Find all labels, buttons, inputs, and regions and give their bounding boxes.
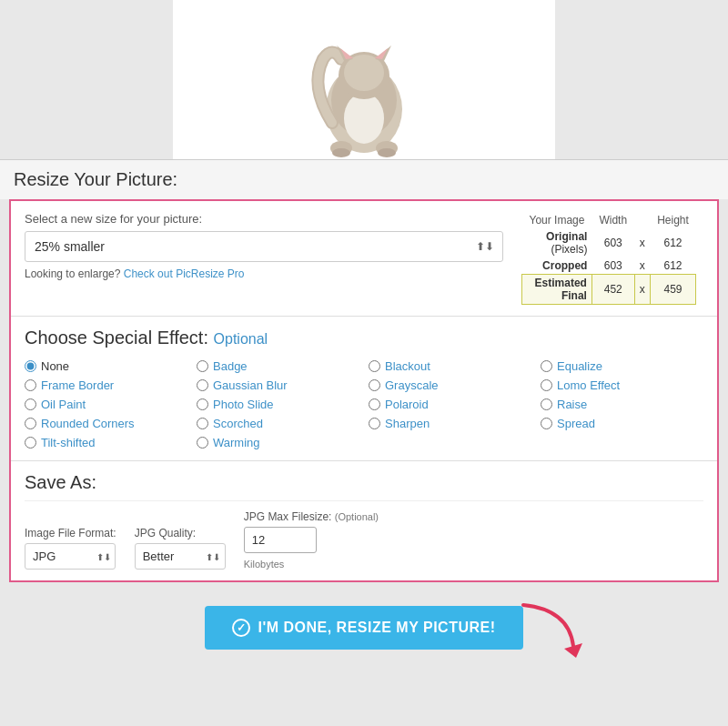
max-filesize-field: JPG Max Filesize: (Optional) Kilobytes [244,510,379,570]
max-filesize-input[interactable] [244,527,317,553]
effect-placeholder-1 [369,436,531,449]
effect-warming[interactable]: Warming [197,436,359,449]
resize-title: Resize Your Picture: [14,169,714,190]
effect-lomo-label: Lomo Effect [557,378,620,392]
effect-badge-radio[interactable] [197,360,208,372]
effect-gaussian-blur-label: Gaussian Blur [213,378,288,392]
row-label-cropped: Cropped [522,257,592,275]
effect-tilt-shifted-radio[interactable] [25,437,36,449]
enlarge-link-text: Looking to enlarge? Check out PicResize … [25,267,503,280]
estimated-height: 459 [650,275,696,305]
effect-grayscale[interactable]: Grayscale [369,378,531,392]
table-row-estimated: EstimatedFinal 452 x 459 [522,275,696,305]
done-resize-button[interactable]: ✓ I'M DONE, RESIZE MY PICTURE! [205,606,522,650]
size-section: Select a new size for your picture: 25% … [11,201,717,317]
effect-photo-slide-radio[interactable] [197,398,208,410]
size-select-wrapper: 25% smaller 50% smaller 75% smaller Cust… [25,231,503,262]
cat-image-container [173,0,555,159]
picresize-pro-link[interactable]: Check out PicResize Pro [124,267,245,280]
quality-select-wrapper: Good Better Best ⬆⬇ [135,543,226,570]
format-select[interactable]: JPG PNG GIF BMP [25,543,116,570]
quality-select[interactable]: Good Better Best [135,543,226,570]
effect-gaussian-blur-radio[interactable] [197,379,208,391]
image-info: Your Image Width Height Original(Pixels)… [521,212,703,305]
effect-blackout[interactable]: Blackout [369,359,531,373]
svg-point-9 [344,55,384,91]
image-area [0,0,728,159]
effect-rounded-corners[interactable]: Rounded Corners [25,417,187,430]
effect-blackout-radio[interactable] [369,360,380,372]
effect-gaussian-blur[interactable]: Gaussian Blur [197,378,359,392]
format-label: Image File Format: [25,527,116,539]
max-filesize-label: JPG Max Filesize: (Optional) [244,510,379,523]
size-label: Select a new size for your picture: [25,212,503,226]
effect-polaroid[interactable]: Polaroid [369,398,531,411]
quality-field: JPG Quality: Good Better Best ⬆⬇ [135,527,226,570]
table-row: Original(Pixels) 603 x 612 [522,228,696,257]
effect-spread[interactable]: Spread [541,417,703,430]
effect-equalize-label: Equalize [557,359,602,373]
effect-equalize-radio[interactable] [541,360,552,372]
resize-title-bar: Resize Your Picture: [0,159,728,199]
effect-polaroid-radio[interactable] [369,398,380,410]
size-select[interactable]: 25% smaller 50% smaller 75% smaller Cust… [25,231,503,262]
original-height: 612 [650,228,696,257]
effect-sharpen[interactable]: Sharpen [369,417,531,430]
effect-oil-paint-label: Oil Paint [41,398,86,411]
col-your-image: Your Image [522,212,592,228]
arrow-icon [514,596,587,660]
effects-grid: None Badge Blackout Equalize Frame [25,359,703,449]
effect-frame-border-radio[interactable] [25,379,36,391]
effect-none[interactable]: None [25,359,187,373]
format-select-wrapper: JPG PNG GIF BMP ⬆⬇ [25,543,116,570]
cropped-height: 612 [650,257,696,275]
check-circle-icon: ✓ [232,619,250,637]
page-wrapper: Resize Your Picture: Select a new size f… [0,0,728,664]
effect-scorched-radio[interactable] [197,418,208,429]
effect-title: Choose Special Effect: Optional [25,328,703,348]
effect-badge-label: Badge [213,359,248,373]
effect-sharpen-radio[interactable] [369,418,380,429]
size-left: Select a new size for your picture: 25% … [25,212,503,280]
effect-blackout-label: Blackout [385,359,430,373]
effect-rounded-corners-label: Rounded Corners [41,417,135,430]
done-button-label: I'M DONE, RESIZE MY PICTURE! [258,620,495,636]
image-info-table: Your Image Width Height Original(Pixels)… [521,212,696,305]
effect-lomo-effect[interactable]: Lomo Effect [541,378,703,392]
effect-oil-paint-radio[interactable] [25,398,36,410]
effect-spread-label: Spread [557,417,595,430]
effect-lomo-radio[interactable] [541,379,552,391]
cropped-sep: x [634,257,650,275]
effect-frame-border-label: Frame Border [41,378,114,392]
svg-point-3 [344,93,384,144]
effect-equalize[interactable]: Equalize [541,359,703,373]
effect-photo-slide[interactable]: Photo Slide [197,398,359,411]
quality-label: JPG Quality: [135,527,226,539]
max-filesize-optional: (Optional) [335,511,379,522]
effect-scorched[interactable]: Scorched [197,417,359,430]
effect-rounded-corners-radio[interactable] [25,418,36,429]
estimated-sep: x [634,275,650,305]
col-height: Height [650,212,696,228]
effect-scorched-label: Scorched [213,417,263,430]
effect-grayscale-radio[interactable] [369,379,380,391]
save-section: Save As: Image File Format: JPG PNG GIF … [11,461,717,580]
row-label-original: Original(Pixels) [522,228,592,257]
original-sep: x [634,228,650,257]
effect-badge[interactable]: Badge [197,359,359,373]
table-row: Cropped 603 x 612 [522,257,696,275]
effect-oil-paint[interactable]: Oil Paint [25,398,187,411]
effect-raise-radio[interactable] [541,398,552,410]
main-box: Select a new size for your picture: 25% … [9,199,719,582]
effect-raise[interactable]: Raise [541,398,703,411]
effect-none-radio[interactable] [25,360,36,372]
effect-spread-radio[interactable] [541,418,552,429]
effect-warming-radio[interactable] [197,437,208,449]
cat-image [291,14,437,159]
effect-frame-border[interactable]: Frame Border [25,378,187,392]
effect-polaroid-label: Polaroid [385,398,429,411]
kilobytes-label: Kilobytes [244,559,379,570]
effect-tilt-shifted[interactable]: Tilt-shifted [25,436,187,449]
cropped-width: 603 [592,257,634,275]
save-fields: Image File Format: JPG PNG GIF BMP ⬆⬇ JP… [25,510,703,570]
